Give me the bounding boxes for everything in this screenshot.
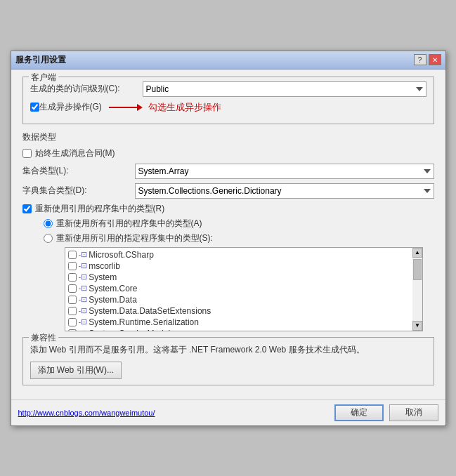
assembly-item-checkbox[interactable] xyxy=(68,318,77,326)
collection-type-select[interactable]: System.ArraySystem.Collections.Generic.L… xyxy=(135,164,434,179)
dialog-title: 服务引用设置 xyxy=(15,54,66,66)
assembly-icon: -⊡ xyxy=(79,329,88,331)
access-level-select[interactable]: PublicInternal xyxy=(143,81,426,97)
assembly-list-item[interactable]: -⊡System.Data.DataSetExtensions xyxy=(65,305,412,317)
cancel-button[interactable]: 取消 xyxy=(389,404,438,421)
scroll-track xyxy=(412,258,422,321)
assembly-name: Microsoft.CSharp xyxy=(89,250,154,260)
arrow-line xyxy=(109,107,137,108)
assembly-item-checkbox[interactable] xyxy=(68,262,77,270)
assembly-list-item[interactable]: -⊡System.Data xyxy=(65,294,412,305)
client-group: 客户端 生成的类的访问级别(C): PublicInternal 生成异步操作(… xyxy=(22,77,434,124)
assembly-name: System xyxy=(89,272,117,282)
assembly-item-checkbox[interactable] xyxy=(68,284,77,293)
dict-type-label: 字典集合类型(D): xyxy=(22,185,135,197)
assembly-item-checkbox[interactable] xyxy=(68,329,77,331)
assembly-icon: -⊡ xyxy=(79,272,88,282)
assembly-name: System.Data xyxy=(89,295,137,305)
assembly-list-item[interactable]: -⊡System.Core xyxy=(65,283,412,294)
assembly-list-item[interactable]: -⊡mscorlib xyxy=(65,260,412,272)
async-row: 生成异步操作(G) 勾选生成异步操作 xyxy=(30,101,426,114)
assembly-icon: -⊡ xyxy=(79,295,88,304)
assembly-item-checkbox[interactable] xyxy=(68,251,77,259)
assembly-item-checkbox[interactable] xyxy=(68,307,77,315)
scroll-down-button[interactable]: ▼ xyxy=(412,321,422,331)
client-group-title: 客户端 xyxy=(29,72,58,84)
assembly-icon: -⊡ xyxy=(79,284,88,293)
assembly-list-item[interactable]: -⊡System xyxy=(65,272,412,283)
compat-section: 兼容性 添加 Web 引用而不是服务引用。这将基于 .NET Framework… xyxy=(22,337,434,385)
dict-type-row: 字典集合类型(D): System.Collections.Generic.Di… xyxy=(22,183,434,199)
always-generate-checkbox[interactable] xyxy=(22,149,32,158)
reuse-row: 重新使用引用的程序集中的类型(R) xyxy=(22,203,434,215)
scroll-thumb[interactable] xyxy=(413,259,422,280)
help-button[interactable]: ? xyxy=(414,54,426,65)
arrow-head xyxy=(137,104,143,111)
assembly-name: System.Data.DataSetExtensions xyxy=(89,306,211,316)
assembly-icon: -⊡ xyxy=(79,261,88,270)
access-level-label: 生成的类的访问级别(C): xyxy=(30,83,143,95)
access-level-row: 生成的类的访问级别(C): PublicInternal xyxy=(30,81,426,97)
assembly-list-container: -⊡Microsoft.CSharp-⊡mscorlib-⊡System-⊡Sy… xyxy=(65,247,423,331)
footer-bar: http://www.cnblogs.com/wangweimutou/ 确定 … xyxy=(11,399,445,425)
assembly-name: System.Core xyxy=(89,284,137,293)
title-buttons: ? ✕ xyxy=(414,54,441,65)
ok-button[interactable]: 确定 xyxy=(334,404,384,421)
compat-title: 兼容性 xyxy=(29,332,58,344)
radio-group: 重新使用所有引用的程序集中的类型(A) 重新使用所引用的指定程序集中的类型(S)… xyxy=(22,218,434,244)
reuse-specified-radio[interactable] xyxy=(44,234,53,243)
reuse-all-label[interactable]: 重新使用所有引用的程序集中的类型(A) xyxy=(56,218,202,230)
collection-type-label: 集合类型(L): xyxy=(22,165,135,177)
always-generate-row: 始终生成消息合同(M) xyxy=(22,147,434,159)
dialog-body: 客户端 生成的类的访问级别(C): PublicInternal 生成异步操作(… xyxy=(11,70,445,399)
compat-description: 添加 Web 引用而不是服务引用。这将基于 .NET Framework 2.0… xyxy=(30,343,426,356)
data-types-section: 数据类型 始终生成消息合同(M) 集合类型(L): System.ArraySy… xyxy=(22,131,434,331)
assembly-item-checkbox[interactable] xyxy=(68,273,77,282)
async-checkbox[interactable] xyxy=(30,103,39,112)
reuse-all-row: 重新使用所有引用的程序集中的类型(A) xyxy=(44,218,434,230)
reuse-label[interactable]: 重新使用引用的程序集中的类型(R) xyxy=(35,203,165,215)
assembly-name: mscorlib xyxy=(89,261,120,271)
arrow-annotation: 勾选生成异步操作 xyxy=(109,101,221,114)
footer-link[interactable]: http://www.cnblogs.com/wangweimutou/ xyxy=(18,409,155,417)
always-generate-label[interactable]: 始终生成消息合同(M) xyxy=(35,147,115,159)
add-web-ref-button[interactable]: 添加 Web 引用(W)... xyxy=(30,362,122,379)
assembly-icon: -⊡ xyxy=(79,250,88,259)
assembly-name: System.ServiceModel xyxy=(89,329,170,331)
assembly-icon: -⊡ xyxy=(79,317,88,326)
title-bar: 服务引用设置 ? ✕ xyxy=(11,51,445,70)
reuse-all-radio[interactable] xyxy=(44,219,53,228)
collection-type-row: 集合类型(L): System.ArraySystem.Collections.… xyxy=(22,164,434,179)
assembly-list[interactable]: -⊡Microsoft.CSharp-⊡mscorlib-⊡System-⊡Sy… xyxy=(65,248,412,331)
reuse-checkbox[interactable] xyxy=(22,204,32,213)
reuse-specified-label[interactable]: 重新使用所引用的指定程序集中的类型(S): xyxy=(56,232,213,244)
assembly-list-item[interactable]: -⊡System.ServiceModel xyxy=(65,328,412,331)
assembly-list-item[interactable]: -⊡System.Runtime.Serialization xyxy=(65,317,412,328)
main-dialog: 服务引用设置 ? ✕ 客户端 生成的类的访问级别(C): PublicInter… xyxy=(11,51,446,426)
scroll-up-button[interactable]: ▲ xyxy=(412,248,422,258)
async-label[interactable]: 生成异步操作(G) xyxy=(39,101,102,113)
reuse-specified-row: 重新使用所引用的指定程序集中的类型(S): xyxy=(44,232,434,244)
assembly-name: System.Runtime.Serialization xyxy=(89,317,199,327)
close-button[interactable]: ✕ xyxy=(429,54,441,65)
assembly-icon: -⊡ xyxy=(79,306,88,315)
annotation-text: 勾选生成异步操作 xyxy=(148,101,221,114)
assembly-item-checkbox[interactable] xyxy=(68,296,77,304)
assembly-list-item[interactable]: -⊡Microsoft.CSharp xyxy=(65,249,412,260)
dict-type-select[interactable]: System.Collections.Generic.Dictionary xyxy=(135,183,434,199)
scrollbar[interactable]: ▲ ▼ xyxy=(412,248,422,331)
data-types-label: 数据类型 xyxy=(22,131,434,143)
